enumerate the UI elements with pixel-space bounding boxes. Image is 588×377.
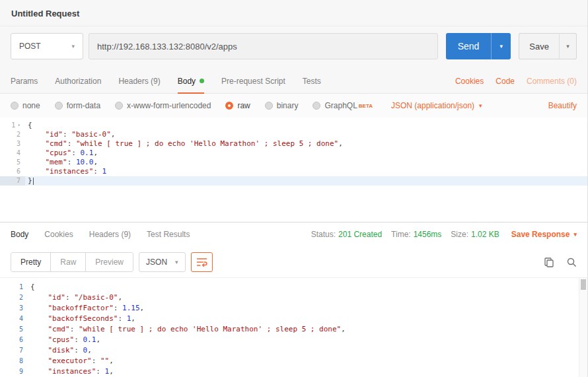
body-mode-binary[interactable]: binary bbox=[265, 101, 299, 110]
line-number: 2 bbox=[0, 130, 25, 139]
view-preview-button[interactable]: Preview bbox=[86, 253, 133, 271]
body-mode-x-www-form-urlencoded[interactable]: x-www-form-urlencoded bbox=[115, 101, 211, 110]
code-text: "mem": 10.0, bbox=[25, 158, 98, 167]
copy-response-button[interactable] bbox=[544, 257, 554, 267]
save-response-button[interactable]: Save Response ▾ bbox=[511, 230, 577, 239]
wrap-text-button[interactable] bbox=[191, 252, 213, 272]
tab-params[interactable]: Params bbox=[11, 69, 38, 93]
cookies-link[interactable]: Cookies bbox=[455, 77, 484, 86]
body-mode-row: noneform-datax-www-form-urlencodedrawbin… bbox=[0, 94, 587, 118]
radio-icon bbox=[312, 102, 320, 110]
body-mode-none[interactable]: none bbox=[11, 101, 40, 110]
response-tab-headers-9[interactable]: Headers (9) bbox=[89, 230, 131, 239]
radio-icon bbox=[55, 102, 63, 110]
tab-label: Authorization bbox=[55, 77, 101, 86]
line-number: 3 bbox=[0, 303, 28, 314]
response-body-editor[interactable]: 1{2 "id": "/basic-0",3 "backoffFactor": … bbox=[0, 277, 587, 377]
tab-label: Pre-request Script bbox=[221, 77, 285, 86]
code-line: 4 "backoffSeconds": 1, bbox=[0, 314, 587, 324]
save-button-group: Save ▾ bbox=[519, 33, 577, 59]
code-line: 4 "cpus": 0.1, bbox=[0, 149, 587, 158]
content-type-select[interactable]: JSON (application/json) ▾ bbox=[391, 101, 482, 110]
size-label: Size: bbox=[451, 230, 468, 239]
method-select[interactable]: POST ▾ bbox=[11, 33, 83, 59]
response-view-toggle: PrettyRawPreview bbox=[11, 252, 133, 272]
line-number: 5 bbox=[0, 158, 25, 167]
tab-authorization[interactable]: Authorization bbox=[55, 69, 101, 93]
scrollbar-thumb[interactable] bbox=[581, 279, 586, 290]
send-button[interactable]: Send bbox=[446, 33, 492, 59]
request-tabs: ParamsAuthorizationHeaders (9)BodyPre-re… bbox=[11, 69, 338, 93]
format-value: JSON bbox=[146, 257, 167, 267]
view-raw-button[interactable]: Raw bbox=[51, 253, 86, 271]
body-mode-raw[interactable]: raw bbox=[225, 101, 250, 110]
tab-headers-9[interactable]: Headers (9) bbox=[118, 69, 160, 93]
wrap-text-icon bbox=[196, 257, 207, 267]
body-mode-graphql[interactable]: GraphQLBETA bbox=[312, 101, 373, 110]
radio-icon bbox=[11, 102, 18, 110]
mode-label: none bbox=[22, 101, 40, 110]
fold-caret-icon[interactable]: ▾ bbox=[17, 121, 20, 130]
beautify-link[interactable]: Beautify bbox=[548, 101, 577, 110]
line-number: 5 bbox=[0, 324, 28, 335]
line-number: 6 bbox=[0, 335, 28, 345]
url-input[interactable] bbox=[89, 33, 438, 59]
radio-icon bbox=[225, 102, 233, 110]
comments-0-link[interactable]: Comments (0) bbox=[527, 77, 577, 86]
mode-label: form-data bbox=[67, 101, 100, 110]
request-url-bar: POST ▾ Send ▾ Save ▾ bbox=[0, 26, 587, 69]
chevron-down-icon: ▾ bbox=[479, 102, 482, 109]
line-number: 7 bbox=[0, 176, 25, 186]
code-text: "backoffSeconds": 1, bbox=[28, 314, 135, 324]
code-text: "backoffFactor": 1.15, bbox=[28, 303, 144, 314]
code-text: { bbox=[25, 121, 32, 130]
code-line: 1▾{ bbox=[0, 121, 587, 130]
response-format-select[interactable]: JSON ▾ bbox=[139, 252, 186, 272]
code-text: "id": "basic-0", bbox=[25, 130, 115, 139]
request-tab-links: CookiesCodeComments (0) bbox=[443, 69, 577, 93]
radio-icon bbox=[265, 102, 273, 110]
code-line: 2 "id": "basic-0", bbox=[0, 130, 587, 139]
search-response-button[interactable] bbox=[566, 257, 577, 267]
copy-icon bbox=[544, 257, 554, 267]
tab-body[interactable]: Body bbox=[178, 69, 204, 93]
line-number: 9 bbox=[0, 366, 28, 377]
code-line: 1{ bbox=[0, 282, 587, 292]
code-line: 6 "cpus": 0.1, bbox=[0, 335, 587, 345]
response-scrollbar[interactable] bbox=[579, 278, 587, 377]
code-text: "id": "/basic-0", bbox=[28, 292, 122, 303]
request-body-editor[interactable]: 1▾{2 "id": "basic-0",3 "cmd": "while [ t… bbox=[0, 118, 587, 222]
save-options-chevron-icon[interactable]: ▾ bbox=[559, 33, 577, 59]
save-button[interactable]: Save bbox=[519, 33, 559, 59]
beta-badge: BETA bbox=[359, 103, 373, 109]
response-section: BodyCookiesHeaders (9)Test Results Statu… bbox=[0, 222, 587, 377]
line-number: 3 bbox=[0, 139, 25, 149]
tab-pre-request-script[interactable]: Pre-request Script bbox=[221, 69, 285, 93]
method-value: POST bbox=[19, 42, 41, 51]
text-cursor bbox=[33, 178, 34, 185]
response-tab-test-results[interactable]: Test Results bbox=[147, 230, 190, 239]
response-tab-cookies[interactable]: Cookies bbox=[44, 230, 73, 239]
line-number: 4 bbox=[0, 149, 25, 158]
postman-window: Untitled Request POST ▾ Send ▾ Save ▾ Pa… bbox=[0, 0, 588, 377]
response-status-bar: Status: 201 Created Time: 1456ms Size: 1… bbox=[311, 230, 577, 239]
chevron-down-icon: ▾ bbox=[175, 259, 178, 265]
response-toolbar: PrettyRawPreview JSON ▾ bbox=[0, 246, 587, 277]
code-line: 7 "disk": 0, bbox=[0, 345, 587, 356]
line-number: 2 bbox=[0, 292, 28, 303]
request-title: Untitled Request bbox=[11, 9, 79, 18]
response-tab-body[interactable]: Body bbox=[11, 230, 28, 239]
code-text: "executor": "", bbox=[28, 356, 114, 366]
tab-tests[interactable]: Tests bbox=[303, 69, 321, 93]
code-line: 2 "id": "/basic-0", bbox=[0, 292, 587, 303]
code-text: { bbox=[28, 282, 35, 292]
body-mode-form-data[interactable]: form-data bbox=[55, 101, 100, 110]
view-pretty-button[interactable]: Pretty bbox=[11, 253, 51, 271]
body-mode-options: noneform-datax-www-form-urlencodedrawbin… bbox=[11, 101, 387, 110]
time-value: 1456ms bbox=[414, 230, 442, 239]
code-text: "disk": 0, bbox=[28, 345, 92, 356]
code-text: "cmd": "while [ true ] ; do echo 'Hello … bbox=[25, 139, 343, 149]
radio-icon bbox=[115, 102, 123, 110]
send-options-chevron-icon[interactable]: ▾ bbox=[491, 33, 511, 59]
code-link[interactable]: Code bbox=[496, 77, 515, 86]
